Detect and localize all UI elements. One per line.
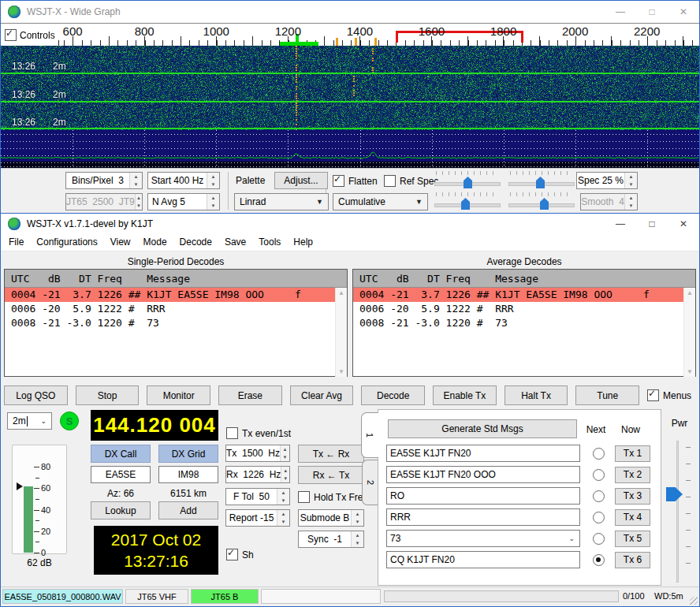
maximize-icon[interactable]: □ xyxy=(636,1,668,23)
spin-up-icon[interactable]: ▲ xyxy=(281,467,289,475)
spin-up-icon[interactable]: ▲ xyxy=(281,445,289,453)
pwr-slider[interactable] xyxy=(676,441,679,583)
controls-checkbox[interactable]: Controls xyxy=(5,29,58,41)
tx2-message-input[interactable]: EA5SE K1JT FN20 OOO xyxy=(386,466,580,483)
spin-down-icon[interactable]: ▼ xyxy=(352,518,363,526)
tx2-now-button[interactable]: Tx 2 xyxy=(615,467,650,483)
bins-pixel-spinner[interactable]: Bins/Pixel 3 ▲▼ xyxy=(65,172,143,189)
scrollbar[interactable]: ▲▼ xyxy=(335,288,347,377)
log-qso-button[interactable]: Log QSO xyxy=(4,385,68,405)
erase-button[interactable]: Erase xyxy=(218,385,282,405)
tab-2[interactable]: 2 xyxy=(362,460,378,505)
tx-from-rx-button[interactable]: Tx ← Rx xyxy=(298,445,364,463)
spin-down-icon[interactable]: ▼ xyxy=(277,497,289,505)
controls-checkbox-box[interactable] xyxy=(5,29,17,41)
rx-from-tx-button[interactable]: Rx ← Tx xyxy=(298,466,364,484)
spin-up-icon[interactable]: ▲ xyxy=(207,194,219,202)
tx5-next-radio[interactable] xyxy=(593,533,605,545)
dx-grid-input[interactable]: IM98 xyxy=(158,466,218,483)
spin-up-icon[interactable]: ▲ xyxy=(625,173,637,181)
tx5-message-combo[interactable]: 73⌄ xyxy=(386,530,580,547)
tx3-next-radio[interactable] xyxy=(593,490,605,502)
sh-checkbox[interactable]: Sh xyxy=(226,549,254,560)
tx1-now-button[interactable]: Tx 1 xyxy=(615,445,650,462)
menu-mode[interactable]: Mode xyxy=(137,236,173,248)
ref-spec-checkbox[interactable]: Ref Spec xyxy=(384,175,438,187)
flatten-checkbox[interactable]: Flatten xyxy=(333,175,378,187)
tx6-now-button[interactable]: Tx 6 xyxy=(615,552,650,568)
clear-avg-button[interactable]: Clear Avg xyxy=(290,385,354,405)
menu-help[interactable]: Help xyxy=(287,236,319,248)
spin-up-icon[interactable]: ▲ xyxy=(352,531,363,539)
spin-down-icon[interactable]: ▼ xyxy=(207,202,219,210)
dx-call-button[interactable]: DX Call xyxy=(91,445,151,463)
submode-spinner[interactable]: Submode B ▲▼ xyxy=(298,509,364,527)
spec-percent-spinner[interactable]: Spec 25 % ▲▼ xyxy=(576,172,638,189)
stop-button[interactable]: Stop xyxy=(76,385,140,405)
resize-grip[interactable] xyxy=(690,597,698,605)
tx1-next-radio[interactable] xyxy=(593,448,605,460)
close-icon[interactable]: ✕ xyxy=(668,1,699,23)
f-tol-spinner[interactable]: F Tol 50 ▲▼ xyxy=(225,488,290,505)
dx-grid-button[interactable]: DX Grid xyxy=(158,445,218,463)
generate-std-msgs-button[interactable]: Generate Std Msgs xyxy=(388,419,577,438)
adjust-button[interactable]: Adjust... xyxy=(274,172,328,189)
menu-view[interactable]: View xyxy=(104,236,137,248)
hold-tx-freq-checkbox[interactable]: Hold Tx Freq xyxy=(298,491,368,503)
rx-freq-spinner[interactable]: Rx 1226 Hz ▲▼ xyxy=(225,466,290,483)
tx4-next-radio[interactable] xyxy=(593,512,605,523)
menu-file[interactable]: File xyxy=(2,236,30,248)
tx4-now-button[interactable]: Tx 4 xyxy=(615,509,650,526)
single-period-decodes-table[interactable]: UTC dB DT Freq Message 0004 -21 3.7 1226… xyxy=(4,269,348,377)
spin-down-icon[interactable]: ▼ xyxy=(281,475,289,482)
tx-even-checkbox-box[interactable] xyxy=(226,427,238,439)
decode-row[interactable]: 0004 -21 3.7 1226 ## K1JT EA5SE IM98 OOO… xyxy=(353,288,695,302)
average-decodes-table[interactable]: UTC dB DT Freq Message 0004 -21 3.7 1226… xyxy=(352,269,696,377)
slider-handle[interactable] xyxy=(536,177,545,188)
tx-freq-spinner[interactable]: Tx 1500 Hz ▲▼ xyxy=(225,445,290,462)
ref-spec-checkbox-box[interactable] xyxy=(384,175,396,187)
spin-down-icon[interactable]: ▼ xyxy=(277,518,289,526)
halt-tx-button[interactable]: Halt Tx xyxy=(505,385,568,405)
gain-slider-1[interactable] xyxy=(433,171,502,190)
palette-select[interactable]: Linrad ▼ xyxy=(234,193,329,210)
hold-tx-freq-checkbox-box[interactable] xyxy=(298,491,310,503)
scrollbar[interactable]: ▲▼ xyxy=(683,288,695,377)
decode-row[interactable]: 0006 -20 5.9 1222 # RRR xyxy=(5,302,347,316)
pwr-slider-handle[interactable] xyxy=(666,487,683,501)
tx4-message-input[interactable]: RRR xyxy=(386,508,580,526)
spin-up-icon[interactable]: ▲ xyxy=(352,510,363,518)
decode-row[interactable]: 0004 -21 3.7 1226 ## K1JT EA5SE IM98 OOO… xyxy=(5,288,347,302)
waterfall-display[interactable] xyxy=(1,46,699,130)
tx6-next-radio[interactable] xyxy=(593,554,605,566)
tab-1[interactable]: 1 xyxy=(361,412,378,458)
gain-slider-3[interactable] xyxy=(433,192,502,211)
tx6-message-input[interactable]: CQ K1JT FN20 xyxy=(386,551,580,568)
minimize-icon[interactable]: — xyxy=(605,214,636,233)
decode-row[interactable]: 0008 -21 -3.0 1220 # 73 xyxy=(5,316,347,330)
tx3-now-button[interactable]: Tx 3 xyxy=(615,488,650,505)
maximize-icon[interactable]: □ xyxy=(636,214,668,233)
monitor-button[interactable]: Monitor xyxy=(147,385,210,405)
lookup-button[interactable]: Lookup xyxy=(91,501,151,519)
sync-spinner[interactable]: Sync -1 ▲▼ xyxy=(298,531,364,548)
start-hz-spinner[interactable]: Start 400 Hz ▲▼ xyxy=(147,172,220,189)
spin-up-icon[interactable]: ▲ xyxy=(277,510,289,518)
gain-slider-2[interactable] xyxy=(507,171,576,190)
spin-up-icon[interactable]: ▲ xyxy=(130,173,142,181)
spin-down-icon[interactable]: ▼ xyxy=(207,181,219,188)
display-mode-select[interactable]: Cumulative ▼ xyxy=(333,193,428,210)
menu-tools[interactable]: Tools xyxy=(252,236,287,248)
tune-button[interactable]: Tune xyxy=(575,385,639,405)
spin-down-icon[interactable]: ▼ xyxy=(352,539,363,547)
tx-even-checkbox[interactable]: Tx even/1st xyxy=(226,427,291,439)
tx3-message-input[interactable]: RO xyxy=(386,487,580,505)
spin-down-icon[interactable]: ▼ xyxy=(625,181,637,188)
flatten-checkbox-box[interactable] xyxy=(333,175,344,187)
minimize-icon[interactable]: — xyxy=(605,1,636,23)
add-button[interactable]: Add xyxy=(158,501,218,519)
tx2-next-radio[interactable] xyxy=(593,469,605,481)
spin-down-icon[interactable]: ▼ xyxy=(130,181,142,188)
spectrum-display[interactable] xyxy=(1,130,699,168)
menus-checkbox[interactable]: Menus xyxy=(647,389,696,401)
